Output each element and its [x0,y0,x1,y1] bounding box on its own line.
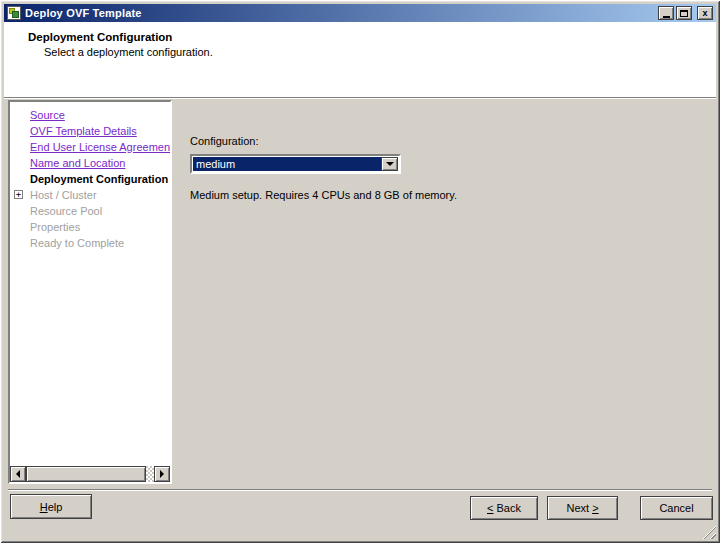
scroll-left-button[interactable] [10,466,26,482]
minimize-button[interactable] [658,6,674,20]
close-button[interactable]: x [697,6,713,20]
minimize-icon [663,16,670,18]
step-source[interactable]: Source [10,107,170,123]
configuration-selected-value[interactable]: medium [193,157,381,171]
wizard-steps-list: Source OVF Template Details End User Lic… [8,100,172,484]
step-resource-pool: Resource Pool [10,203,170,219]
next-mnemonic: > [592,502,598,514]
step-ready-to-complete: Ready to Complete [10,235,170,251]
resize-grip-icon[interactable] [702,525,716,539]
configuration-dropdown[interactable]: medium [190,154,401,174]
maximize-icon [680,10,688,17]
scrollbar-track[interactable] [146,466,154,482]
close-icon: x [702,9,707,18]
maximize-button[interactable] [676,6,692,20]
step-host-cluster-label: Host / Cluster [30,189,97,201]
ovf-app-icon [7,6,21,20]
help-label: elp [48,501,63,513]
step-host-cluster: +Host / Cluster [10,187,170,203]
wizard-header: Deployment Configuration Select a deploy… [4,22,716,97]
window-title: Deploy OVF Template [25,7,658,19]
arrow-left-icon [12,470,20,478]
expand-icon[interactable]: + [14,190,23,199]
ovf-icon-square-2 [12,11,19,18]
next-button[interactable]: Next > [547,496,618,520]
configuration-description: Medium setup. Requires 4 CPUs and 8 GB o… [190,189,704,201]
step-deployment-configuration: Deployment Configuration [10,171,170,187]
help-mnemonic: H [40,501,48,513]
scroll-right-button[interactable] [154,466,170,482]
configuration-label: Configuration: [190,135,259,147]
header-separator [4,97,716,99]
back-button[interactable]: < Back [470,496,538,520]
window-controls: x [658,6,713,20]
cancel-button[interactable]: Cancel [640,496,713,520]
back-label: Back [493,502,521,514]
cancel-label: Cancel [659,502,693,514]
title-bar[interactable]: Deploy OVF Template x [4,4,716,22]
step-name-and-location[interactable]: Name and Location [10,155,170,171]
buttons-separator [8,489,712,491]
chevron-down-icon [386,162,394,170]
deploy-ovf-template-dialog: Deploy OVF Template x Deployment Configu… [0,0,720,543]
dropdown-arrow-button[interactable] [381,157,398,171]
next-label: Next [566,502,592,514]
step-ovf-template-details[interactable]: OVF Template Details [10,123,170,139]
step-properties: Properties [10,219,170,235]
help-button[interactable]: Help [10,494,92,519]
page-subtitle: Select a deployment configuration. [44,46,716,58]
horizontal-scrollbar[interactable] [10,466,170,482]
step-end-user-license-agreement[interactable]: End User License Agreement [10,139,170,155]
scrollbar-thumb[interactable] [26,466,146,482]
arrow-right-icon [160,470,168,478]
page-title: Deployment Configuration [28,31,716,43]
